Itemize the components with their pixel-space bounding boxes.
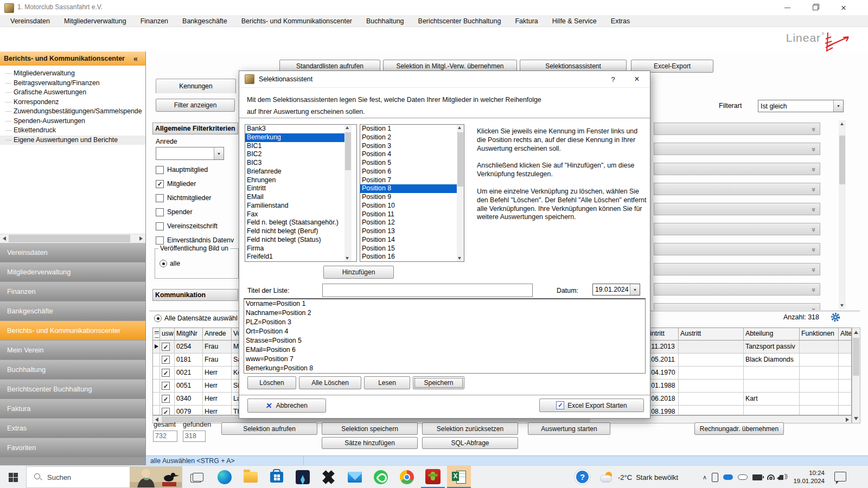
checkbox-row[interactable]: Mitglieder — [156, 177, 238, 191]
position-item[interactable]: Position 14 — [360, 236, 457, 245]
nav-item[interactable]: Mitgliederverwaltung — [0, 262, 145, 281]
hinzufuegen-button[interactable]: Hinzufügen — [323, 266, 394, 279]
assignments-listbox[interactable]: Vorname=Position 1Nachname=Position 2PLZ… — [244, 298, 646, 374]
checkbox[interactable] — [156, 166, 164, 174]
nav-item[interactable]: Mein Verein — [0, 341, 145, 359]
column-header[interactable]: Funktionen — [800, 328, 839, 340]
scroll-up-icon[interactable] — [854, 331, 858, 334]
checkbox[interactable] — [156, 222, 164, 230]
tab-kennungen[interactable]: Kennungen — [156, 79, 236, 93]
kennung-item[interactable]: Freifeld1 — [245, 253, 349, 261]
filterart-dropdown[interactable]: Ist gleich — [758, 100, 844, 112]
help-icon[interactable]: ? — [575, 470, 590, 484]
filter-row[interactable] — [654, 163, 820, 175]
taskbar-search[interactable]: Suchen — [26, 466, 182, 488]
tree-item[interactable]: Spenden-Auswertungen — [0, 117, 145, 126]
assignment-item[interactable]: Bemerkung=Position 8 — [244, 364, 645, 373]
scroll-right-icon[interactable] — [844, 416, 851, 423]
excel-export-starten-button[interactable]: Excel Export Starten — [539, 399, 644, 412]
kennung-item[interactable]: EMail — [245, 193, 349, 202]
menu-item[interactable]: Vereinsdaten — [3, 15, 57, 27]
assignment-item[interactable]: www=Position 7 — [244, 355, 645, 364]
position-item[interactable]: Position 2 — [360, 133, 457, 142]
tree-item[interactable]: Beitragsverwaltung/Finanzen — [0, 79, 145, 88]
task-view-button[interactable] — [187, 466, 209, 488]
kennung-item[interactable]: BIC2 — [245, 150, 349, 159]
kennung-item[interactable]: Ehrungen — [245, 176, 349, 185]
dropbox-icon[interactable] — [317, 466, 341, 488]
tree-item[interactable]: Mitgliederverwaltung — [0, 69, 145, 79]
onedrive-icon[interactable] — [723, 474, 733, 480]
kennung-item[interactable]: Fax — [245, 210, 349, 219]
menu-item[interactable]: Berichts- und Kommunikationscenter — [234, 15, 359, 27]
saetze-hinzufuegen-button[interactable]: Sätze hinzufügen — [322, 437, 418, 449]
column-header[interactable]: MitglNr — [175, 328, 203, 340]
gear-icon[interactable] — [830, 312, 841, 323]
filter-row[interactable] — [654, 203, 820, 215]
checkbox-row[interactable]: Nichtmitglieder — [156, 191, 238, 205]
help-button[interactable]: ? — [602, 75, 624, 84]
speichern-button[interactable]: Speichern — [413, 376, 464, 389]
position-item[interactable]: Position 11 — [360, 210, 457, 219]
checkbox[interactable] — [156, 236, 164, 245]
kennung-item[interactable]: BIC3 — [245, 159, 349, 168]
position-item[interactable]: Position 12 — [360, 219, 457, 227]
filter-anzeigen-button[interactable]: Filter anzeigen — [156, 99, 235, 112]
edge-icon[interactable] — [213, 466, 237, 488]
row-checkbox[interactable] — [162, 382, 170, 390]
file-explorer-icon[interactable] — [239, 466, 263, 488]
scroll-left-icon[interactable] — [0, 234, 9, 243]
scroll-up-icon[interactable] — [840, 123, 844, 125]
nav-item[interactable]: Buchhaltung — [0, 360, 145, 379]
whatsapp-icon[interactable] — [369, 466, 393, 488]
row-checkbox[interactable] — [162, 408, 170, 415]
menu-item[interactable]: Faktura — [508, 15, 545, 27]
kennungen-scrollbar[interactable] — [344, 125, 352, 261]
checkbox[interactable] — [156, 194, 164, 202]
column-header[interactable]: Abteilung — [744, 328, 800, 340]
position-item[interactable]: Position 4 — [360, 150, 457, 159]
tree-horizontal-scrollbar[interactable] — [0, 234, 145, 243]
scroll-down-icon[interactable] — [854, 417, 858, 420]
selektion-aufrufen-button[interactable]: Selektion aufrufen — [221, 422, 317, 435]
collapse-panel-icon[interactable] — [133, 54, 145, 63]
position-item[interactable]: Position 10 — [360, 202, 457, 210]
expand-icon[interactable] — [810, 188, 818, 190]
tree-item[interactable]: Korrespondenz — [0, 98, 145, 107]
kennung-item[interactable]: Bank3 — [245, 125, 349, 133]
expand-icon[interactable] — [810, 288, 818, 291]
radio-icon[interactable] — [159, 260, 167, 267]
position-item[interactable]: Position 5 — [360, 159, 457, 168]
position-item[interactable]: Position 16 — [360, 253, 457, 261]
position-item[interactable]: Position 6 — [360, 168, 457, 176]
position-item[interactable]: Position 13 — [360, 227, 457, 236]
kennung-item[interactable]: Bemerkung — [245, 133, 349, 142]
dialog-close-button[interactable]: × — [624, 74, 650, 84]
kennungen-listbox[interactable]: Bank3BemerkungBIC1BIC2BIC3BriefanredeEhr… — [245, 124, 357, 262]
selektion-zuruecksetzen-button[interactable]: Selektion zurücksetzen — [422, 422, 518, 435]
abbrechen-button[interactable]: Abbrechen — [247, 399, 326, 413]
sql-abfrage-button[interactable]: SQL-Abfrage — [422, 437, 518, 449]
filter-row[interactable] — [654, 123, 820, 135]
chevron-down-icon[interactable] — [833, 100, 843, 112]
checkbox-row[interactable]: Hauptmitglied — [156, 163, 238, 177]
menu-item[interactable]: Berichtscenter Buchhaltung — [411, 15, 508, 27]
column-header[interactable]: Alte — [839, 328, 852, 340]
table-vertical-scrollbar[interactable] — [852, 328, 860, 423]
assignment-item[interactable]: Ort=Position 4 — [244, 327, 645, 336]
anrede-dropdown[interactable] — [156, 147, 224, 160]
mail-icon[interactable] — [343, 466, 367, 488]
expand-icon[interactable] — [810, 248, 818, 251]
menu-item[interactable]: Mitgliederverwaltung — [57, 15, 133, 27]
loeschen-button[interactable]: Löschen — [247, 376, 296, 389]
tree-item[interactable]: Grafische Auswertungen — [0, 88, 145, 98]
weather-widget[interactable]: -2°C Stark bewölkt — [600, 466, 678, 488]
datum-dropdown[interactable]: 19.01.2024 — [592, 284, 640, 296]
chevron-down-icon[interactable] — [214, 147, 224, 159]
restore-button[interactable] — [803, 0, 828, 15]
minimize-button[interactable] — [775, 0, 800, 15]
linear-app-icon[interactable] — [421, 466, 445, 488]
filter-row[interactable] — [654, 243, 820, 255]
scroll-thumb[interactable] — [839, 136, 845, 184]
filter-row[interactable] — [654, 263, 820, 275]
